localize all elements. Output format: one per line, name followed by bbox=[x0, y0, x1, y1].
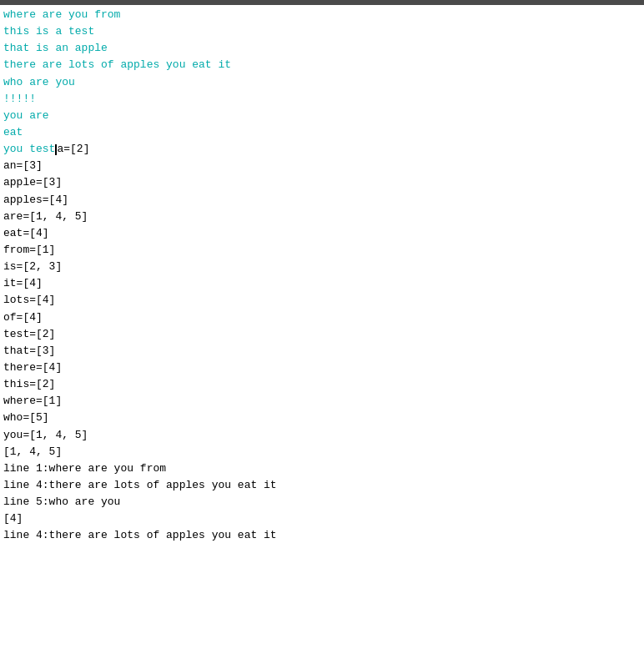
cyan-lines-container: where are you fromthis is a testthat is … bbox=[3, 7, 641, 141]
console-output-line: test=[2] bbox=[3, 326, 641, 343]
console-output-line: who are you bbox=[3, 74, 641, 91]
console-output-line: where are you from bbox=[3, 7, 641, 23]
console-output-line: this is a test bbox=[3, 23, 641, 40]
console-output-line: is=[2, 3] bbox=[3, 259, 641, 275]
cursor-line: you testa=[2] bbox=[3, 141, 641, 158]
console-output-line: !!!!! bbox=[3, 91, 641, 108]
console-output-line: that=[3] bbox=[3, 343, 641, 360]
console-output-line: that is an apple bbox=[3, 40, 641, 57]
console-output-line: of=[4] bbox=[3, 309, 641, 326]
console-output-line: who=[5] bbox=[3, 410, 641, 426]
console-output-line: this=[2] bbox=[3, 376, 641, 393]
console-output-line: there=[4] bbox=[3, 360, 641, 376]
black-lines-container: an=[3]apple=[3]apples=[4]are=[1, 4, 5]ea… bbox=[3, 158, 641, 544]
cursor-line-after: a=[2] bbox=[57, 143, 89, 155]
console-output-line: an=[3] bbox=[3, 158, 641, 174]
console-output-line: where=[1] bbox=[3, 393, 641, 410]
console-output-line: there are lots of apples you eat it bbox=[3, 57, 641, 73]
cursor-line-before: you test bbox=[3, 143, 55, 155]
console-output-line: lots=[4] bbox=[3, 292, 641, 309]
console-area: where are you fromthis is a testthat is … bbox=[0, 5, 644, 546]
console-output-line: from=[1] bbox=[3, 242, 641, 259]
console-output-line: you are bbox=[3, 108, 641, 124]
console-output-line: line 4:there are lots of apples you eat … bbox=[3, 477, 641, 494]
console-output-line: [1, 4, 5] bbox=[3, 444, 641, 460]
console-output-line: eat bbox=[3, 124, 641, 141]
console-output-line: eat=[4] bbox=[3, 225, 641, 242]
console-output-line: line 4:there are lots of apples you eat … bbox=[3, 527, 641, 544]
console-output-line: line 1:where are you from bbox=[3, 460, 641, 477]
console-output-line: line 5:who are you bbox=[3, 494, 641, 511]
console-output-line: you=[1, 4, 5] bbox=[3, 427, 641, 444]
console-output-line: it=[4] bbox=[3, 275, 641, 292]
console-output-line: are=[1, 4, 5] bbox=[3, 209, 641, 225]
console-output-line: apples=[4] bbox=[3, 192, 641, 209]
console-output-line: [4] bbox=[3, 511, 641, 527]
console-output-line: apple=[3] bbox=[3, 174, 641, 191]
